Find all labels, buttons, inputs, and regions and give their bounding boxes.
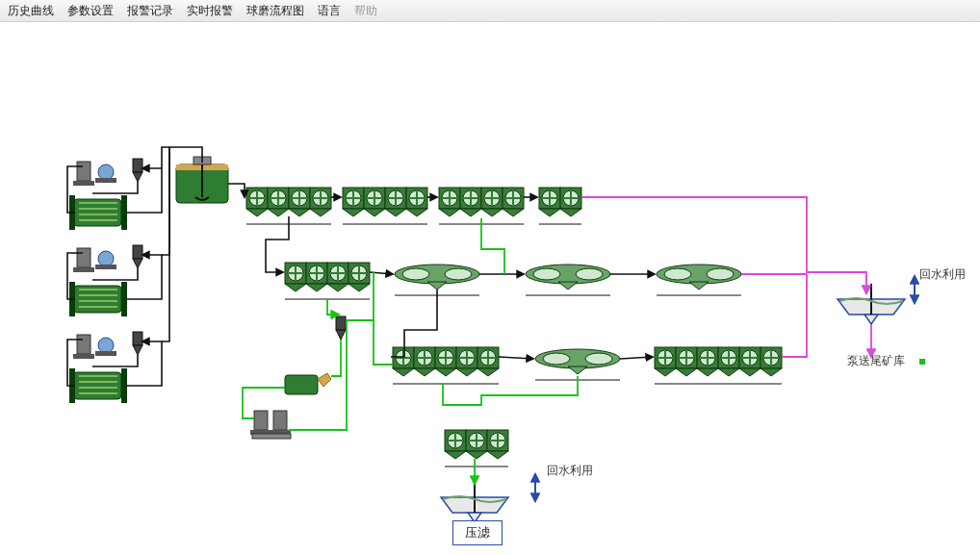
menu-flow[interactable]: 球磨流程图 [246, 3, 304, 19]
regrind-cyclone [336, 316, 346, 340]
menu-lang[interactable]: 语言 [318, 3, 341, 19]
row2-cleaner-2 [526, 265, 610, 290]
rougher-3 [439, 188, 524, 216]
mill-line-3 [69, 332, 142, 403]
row3-bank2 [655, 347, 782, 376]
row4-bank [445, 430, 508, 459]
menu-params[interactable]: 参数设置 [67, 3, 114, 19]
regrind-pump-1 [250, 411, 271, 435]
menu-history[interactable]: 历史曲线 [8, 3, 54, 19]
menu-bar: 历史曲线 参数设置 报警记录 实时报警 球磨流程图 语言 帮助 [0, 0, 980, 22]
rougher-1 [246, 188, 331, 216]
row3-bank [393, 347, 499, 376]
svg-rect-43 [919, 359, 925, 365]
mill-line-1 [69, 159, 142, 230]
mill-line-2 [69, 245, 142, 316]
thickener-bottom [441, 482, 508, 522]
thickener-right [838, 284, 905, 324]
rougher-2 [343, 188, 427, 216]
row3-cleaner-1 [535, 349, 620, 374]
svg-rect-41 [252, 434, 291, 439]
menu-help[interactable]: 帮助 [354, 3, 377, 19]
filter-press-label: 压滤 [465, 524, 490, 542]
row2-cleaner-3 [657, 265, 741, 290]
menu-rtalarm[interactable]: 实时报警 [187, 3, 233, 19]
label-recycle-right: 回水利用 [919, 266, 966, 283]
flow-canvas: 回水利用 回水利用 泵送尾矿库 压滤 [0, 22, 980, 555]
mixing-tank [176, 157, 228, 203]
row2-cleaner-1 [395, 265, 479, 290]
rougher-4 [539, 188, 581, 216]
row2-bank [285, 263, 370, 291]
flow-diagram [0, 22, 980, 555]
label-recycle-bottom: 回水利用 [547, 463, 593, 479]
regrind-pump-2 [270, 411, 291, 435]
filter-press-box: 压滤 [452, 520, 503, 545]
regrind-mill [285, 373, 331, 394]
menu-alarms[interactable]: 报警记录 [127, 3, 173, 19]
label-tailings: 泵送尾矿库 [847, 353, 905, 369]
